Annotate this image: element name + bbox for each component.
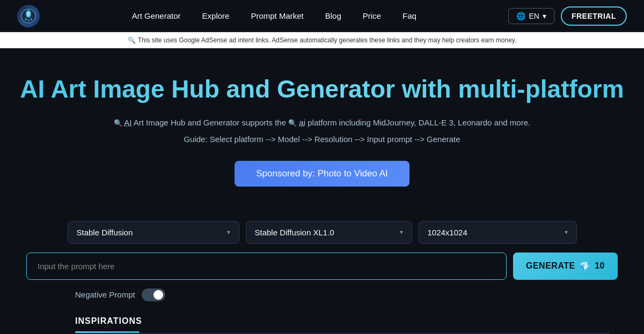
nav-price[interactable]: Price	[363, 11, 381, 20]
nav-explore[interactable]: Explore	[202, 11, 230, 20]
logo-icon	[17, 5, 40, 27]
globe-icon: 🌐	[516, 12, 525, 20]
sponsored-button[interactable]: Sponsored by: Photo to Video AI	[235, 161, 409, 187]
platform-dropdown[interactable]: Stable Diffusion ▾	[68, 221, 239, 244]
subtitle-text: Art Image Hub and Generator supports the	[134, 118, 289, 127]
hero-guide: Guide: Select platform --> Model --> Res…	[17, 135, 627, 144]
language-selector[interactable]: 🌐 EN ▾	[508, 8, 554, 24]
model-selected: Stable Diffusion XL1.0	[255, 228, 334, 237]
negative-prompt-toggle[interactable]	[142, 288, 165, 301]
prompt-input[interactable]	[26, 253, 507, 280]
hero-title: AI Art Image Hub and Generator with mult…	[17, 75, 627, 103]
controls-row: Stable Diffusion ▾ Stable Diffusion XL1.…	[17, 221, 627, 244]
resolution-dropdown[interactable]: 1024x1024 ▾	[419, 221, 577, 244]
search-icon-small: 🔍	[114, 119, 122, 127]
navbar-right: 🌐 EN ▾ FREETRIAL	[508, 6, 627, 26]
platform-chevron-icon: ▾	[227, 228, 230, 236]
nav-prompt-market[interactable]: Prompt Market	[251, 11, 303, 20]
negative-prompt-label: Negative Prompt	[75, 290, 135, 299]
hero-subtitle: 🔍 AI Art Image Hub and Generator support…	[17, 116, 627, 129]
resolution-selected: 1024x1024	[428, 228, 467, 237]
nav-faq[interactable]: Faq	[402, 11, 416, 20]
prompt-row: GENERATE 💎 10	[17, 253, 627, 280]
nav-art-generator[interactable]: Art Generator	[132, 11, 181, 20]
ai-label2: ai	[299, 118, 305, 127]
diamond-icon: 💎	[580, 261, 591, 271]
adsense-text: This site uses Google AdSense ad intent …	[138, 36, 517, 44]
inspirations-title: INSPIRATIONS	[75, 316, 610, 326]
model-dropdown[interactable]: Stable Diffusion XL1.0 ▾	[246, 221, 412, 244]
search-icon-small2: 🔍	[288, 119, 297, 127]
subtitle-text2: platform including MidJourney, DALL-E 3,…	[308, 118, 530, 127]
generate-count: 10	[595, 261, 605, 271]
main-content: AI Art Image Hub and Generator with mult…	[0, 48, 644, 334]
nav-menu: Art Generator Explore Prompt Market Blog…	[132, 11, 416, 21]
inspirations-section: INSPIRATIONS	[17, 316, 627, 333]
ai-label: AI	[124, 118, 131, 127]
generate-button[interactable]: GENERATE 💎 10	[513, 253, 618, 280]
free-trial-button[interactable]: FREETRIAL	[561, 6, 627, 26]
lang-label: EN	[529, 12, 539, 20]
search-small-icon: 🔍	[128, 36, 136, 44]
logo[interactable]	[17, 5, 40, 27]
inspirations-divider	[75, 333, 610, 333]
nav-blog[interactable]: Blog	[325, 11, 341, 20]
platform-selected: Stable Diffusion	[77, 228, 133, 237]
negative-prompt-row: Negative Prompt	[17, 288, 627, 301]
svg-point-5	[27, 19, 30, 21]
adsense-bar: 🔍 This site uses Google AdSense ad inten…	[0, 32, 644, 48]
chevron-down-icon: ▾	[543, 12, 546, 20]
navbar: Art Generator Explore Prompt Market Blog…	[0, 0, 644, 32]
svg-point-2	[27, 11, 30, 17]
generate-label: GENERATE	[526, 261, 575, 271]
resolution-chevron-icon: ▾	[565, 228, 568, 236]
model-chevron-icon: ▾	[400, 228, 403, 236]
